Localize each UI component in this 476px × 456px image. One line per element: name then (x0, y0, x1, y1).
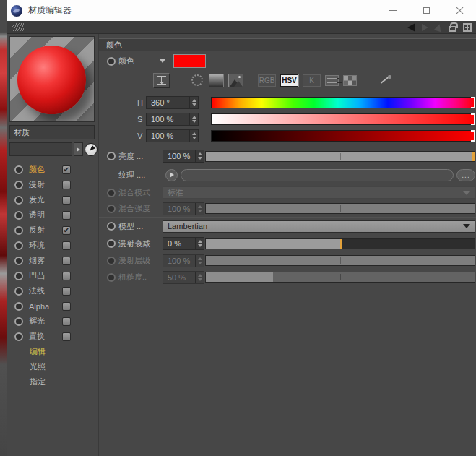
grip-handle-icon[interactable] (12, 23, 24, 31)
value-label: V (137, 132, 146, 140)
swatches-icon[interactable] (343, 75, 357, 86)
sidebar-item-bump[interactable]: 凹凸 (9, 268, 98, 283)
channel-checkbox[interactable] (62, 317, 71, 326)
eyedropper-icon[interactable] (378, 74, 391, 86)
hsv-mode-button[interactable]: HSV (280, 74, 298, 87)
radio-icon[interactable] (107, 222, 116, 231)
titlebar: 材质编辑器 (7, 0, 476, 21)
gradient-icon[interactable] (209, 74, 224, 87)
maximize-button[interactable] (410, 0, 443, 21)
sidebar-item-diffusion[interactable]: 漫射 (9, 177, 98, 192)
stepper[interactable] (189, 130, 198, 142)
radio-icon (14, 211, 23, 220)
window-title: 材质编辑器 (28, 4, 72, 17)
sidebar-item-alpha[interactable]: Alpha (9, 298, 98, 314)
chevron-down-icon[interactable] (160, 59, 165, 63)
material-link-field[interactable] (9, 142, 72, 156)
color-wheel-icon[interactable] (191, 74, 203, 86)
sidebar-item-assign[interactable]: 指定 (9, 374, 98, 390)
saturation-gradient-slider[interactable] (211, 113, 475, 125)
background-viewport-sliver (0, 0, 7, 456)
model-dropdown[interactable]: Lambertian (163, 220, 475, 233)
minimize-icon (389, 10, 397, 11)
radio-icon (14, 165, 23, 174)
color-label: 颜色 (118, 56, 160, 66)
material-preview[interactable] (9, 36, 95, 122)
sidebar-item-color[interactable]: 颜色 ✔ (9, 162, 98, 177)
texture-path-field[interactable] (181, 169, 454, 181)
texture-menu-button[interactable] (165, 169, 178, 181)
material-editor-window: 材质编辑器 材质 (7, 0, 476, 456)
value-gradient-slider[interactable] (211, 130, 475, 142)
channel-checkbox[interactable] (62, 302, 71, 311)
hue-gradient-slider[interactable] (211, 97, 475, 108)
value-input[interactable]: 100 % (146, 129, 199, 142)
slider-handle[interactable] (340, 239, 342, 249)
radio-icon[interactable] (107, 57, 116, 66)
mix-mode-dropdown: 标准 (163, 186, 475, 199)
sidebar-item-normal[interactable]: 法线 (9, 283, 98, 298)
material-name-field[interactable]: 材质 (9, 125, 95, 139)
channel-checkbox[interactable] (62, 332, 71, 341)
value-row: V 100 % (99, 127, 476, 144)
link-menu-button[interactable] (74, 142, 83, 156)
fit-range-button[interactable] (153, 73, 170, 88)
radio-icon[interactable] (107, 152, 116, 160)
channel-checkbox[interactable] (62, 241, 71, 250)
stepper[interactable] (195, 238, 204, 249)
mix-mode-row: 混合模式 标准 (99, 185, 476, 200)
texture-label: 纹理 .... (118, 170, 160, 181)
radio-icon[interactable] (107, 239, 116, 248)
diffuse-falloff-input[interactable]: 0 % (163, 237, 204, 250)
close-button[interactable] (443, 0, 476, 21)
diffuse-falloff-slider[interactable] (205, 238, 475, 249)
sidebar-item-edit[interactable]: 编辑 (9, 344, 98, 359)
slider-handle[interactable] (471, 97, 475, 108)
channel-checkbox[interactable] (62, 287, 71, 296)
channel-checkbox[interactable]: ✔ (62, 226, 71, 235)
slider-handle[interactable] (472, 152, 475, 161)
sidebar-item-fog[interactable]: 烟雾 (9, 253, 98, 268)
rgb-mode-button[interactable]: RGB (258, 74, 276, 87)
channel-checkbox[interactable] (62, 272, 71, 280)
stepper[interactable] (189, 113, 198, 125)
radio-icon (14, 196, 23, 205)
sidebar-item-reflection[interactable]: 反射 ✔ (9, 223, 98, 238)
color-swatch[interactable] (173, 54, 206, 68)
mix-strength-input: 100 % (163, 202, 204, 215)
sidebar-item-luminance[interactable]: 发光 (9, 192, 98, 207)
channel-checkbox[interactable] (62, 181, 71, 189)
image-icon[interactable] (228, 74, 243, 87)
stepper[interactable] (189, 97, 198, 108)
sidebar-item-transparency[interactable]: 透明 (9, 207, 98, 223)
color-value-row: 颜色 (99, 51, 476, 71)
channel-checkbox[interactable] (62, 196, 71, 205)
brightness-input[interactable]: 100 % (163, 150, 204, 163)
sidebar-item-displacement[interactable]: 置换 (9, 329, 98, 344)
saturation-input[interactable]: 100 % (146, 113, 199, 126)
mixer-icon[interactable] (325, 75, 339, 86)
sidebar-item-illumination[interactable]: 光照 (9, 359, 98, 374)
pick-material-button[interactable] (85, 143, 98, 156)
sun-dot-icon (238, 76, 241, 78)
radio-icon (14, 302, 23, 311)
channel-checkbox[interactable] (62, 211, 71, 220)
sidebar-item-glow[interactable]: 辉光 (9, 314, 98, 329)
back-arrow-icon[interactable] (407, 23, 415, 32)
minimize-button[interactable] (376, 0, 410, 21)
k-mode-button[interactable]: K (303, 74, 321, 87)
hue-input[interactable]: 360 ° (146, 96, 199, 109)
channel-checkbox[interactable] (62, 257, 71, 265)
add-box-icon[interactable] (463, 23, 472, 32)
channel-checkbox[interactable]: ✔ (62, 165, 71, 174)
slider-handle[interactable] (471, 113, 475, 125)
slider-handle[interactable] (471, 130, 475, 142)
lock-icon[interactable] (449, 26, 456, 32)
brightness-slider[interactable] (205, 151, 475, 162)
stepper[interactable] (195, 150, 204, 162)
chevron-down-icon (463, 191, 470, 195)
roughness-input: 50 % (163, 271, 204, 284)
sidebar-item-environment[interactable]: 环境 (9, 238, 98, 253)
radio-icon (107, 257, 116, 265)
texture-browse-button[interactable]: ... (456, 169, 475, 181)
